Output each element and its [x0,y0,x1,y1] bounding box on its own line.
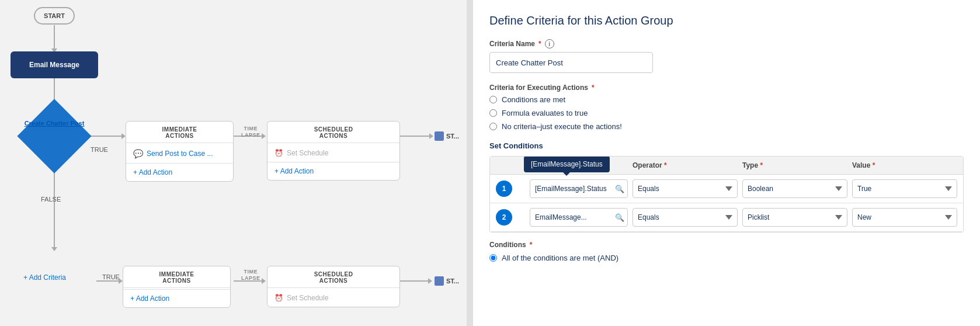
row-num-2: 2 [496,209,512,226]
right-panel: Define Criteria for this Action Group Cr… [473,0,980,326]
add-criteria-btn[interactable]: + Add Criteria [23,273,66,282]
radio-label-2: Formula evaluates to true [502,109,588,117]
canvas-arrows [0,0,472,326]
criteria-name-label: Criteria Name * i [489,39,964,48]
radio-input-1[interactable] [489,96,497,103]
scheduled-actions-header-1: SCHEDULED ACTIONS [267,122,399,141]
col-type: Type * [742,161,847,169]
sched-add-action-btn-1[interactable]: + Add Action [267,162,399,180]
radio-input-3[interactable] [489,123,497,130]
conditions-required: * [530,241,533,249]
type-required: * [760,161,763,169]
add-action-btn-1[interactable]: + Add Action [126,163,233,181]
svg-marker-11 [51,247,57,251]
radio-label-3: No criteria–just execute the actions! [502,122,622,131]
radio-formula[interactable]: Formula evaluates to true [489,109,964,117]
stop-square-2 [435,276,444,286]
set-schedule-item-2[interactable]: ⏰ Set Schedule [267,289,399,307]
row-num-1: 1 [496,181,512,197]
immediate-actions-box-1: IMMEDIATE ACTIONS 💬 Send Post to Case ..… [126,121,234,182]
svg-marker-9 [429,133,433,139]
search-icon-1: 🔍 [615,185,624,193]
time-lapse-label-2: TIME LAPSE [241,269,260,282]
decision-label[interactable]: Create Chatter Post [5,120,104,127]
type-select-1[interactable]: Boolean [742,179,847,198]
svg-marker-15 [262,278,266,284]
radio-no-criteria[interactable]: No criteria–just execute the actions! [489,122,964,131]
col-operator: Operator * [633,161,738,169]
stop-node-1: ST... [435,131,459,141]
criteria-name-input[interactable] [489,52,653,73]
true-label-1: TRUE [91,146,108,153]
conditions-bottom: Conditions * All of the conditions are m… [489,241,964,262]
operator-required: * [664,161,667,169]
panel-title: Define Criteria for this Action Group [489,14,964,27]
svg-marker-17 [428,278,432,284]
table-row: 1 🔍 [EmailMessage].Status Equals Boolean [490,175,963,203]
chat-icon: 💬 [133,149,143,158]
conditions-radio-label: All of the conditions are met (AND) [502,254,618,262]
immediate-actions-header-1: IMMEDIATE ACTIONS [126,122,233,141]
svg-marker-7 [262,133,266,139]
time-lapse-label-1: TIME LAPSE [241,126,260,138]
operator-select-2[interactable]: Equals [633,208,738,227]
criteria-executing-label: Criteria for Executing Actions * [489,84,964,92]
send-post-action[interactable]: 💬 Send Post to Case ... [126,144,233,163]
add-action-btn-2[interactable]: + Add Action [123,289,230,307]
start-node: START [34,7,75,25]
conditions-label: Conditions * [489,241,964,249]
email-node-label: Email Message [29,61,79,69]
search-icon-2: 🔍 [615,213,624,222]
false-label: FALSE [41,196,61,203]
required-star-1: * [538,40,541,48]
field-2-wrapper: 🔍 [530,208,628,227]
col-value: Value * [852,161,957,169]
scrollbar[interactable] [467,0,472,326]
info-icon[interactable]: i [545,39,554,48]
flow-canvas: START Email Message Create Chatter Post … [0,0,473,326]
operator-select-1[interactable]: Equals [633,179,738,198]
conditions-radio-all[interactable]: All of the conditions are met (AND) [489,254,964,262]
stop-node-2: ST... [435,276,459,286]
radio-conditions-met[interactable]: Conditions are met [489,95,964,104]
clock-icon-1: ⏰ [274,149,283,157]
scheduled-actions-box-1: SCHEDULED ACTIONS ⏰ Set Schedule + Add A… [267,121,400,181]
svg-marker-5 [121,133,126,139]
email-message-node[interactable]: Email Message [11,51,98,78]
field-input-2[interactable] [530,208,628,227]
radio-group: Conditions are met Formula evaluates to … [489,95,964,131]
immediate-actions-header-2: IMMEDIATE ACTIONS [123,266,230,286]
scheduled-actions-header-2: SCHEDULED ACTIONS [267,266,399,286]
clock-icon-2: ⏰ [274,294,283,302]
scheduled-actions-box-2: SCHEDULED ACTIONS ⏰ Set Schedule [267,266,400,307]
conditions-table: Field * Operator * Type * Value * 1 🔍 [E… [489,156,964,233]
value-select-2[interactable]: New [852,208,957,227]
tooltip-1: [EmailMessage].Status [524,156,610,172]
stop-square-1 [435,131,444,141]
value-select-1[interactable]: True [852,179,957,198]
required-star-2: * [592,84,595,92]
value-required: * [873,161,875,169]
conditions-radio-input[interactable] [489,254,497,262]
field-input-1[interactable] [530,179,628,198]
start-label: START [44,12,65,19]
type-select-2[interactable]: Picklist [742,208,847,227]
radio-label-1: Conditions are met [502,95,565,104]
col-num [496,161,525,169]
radio-input-2[interactable] [489,109,497,117]
set-conditions-label: Set Conditions [489,141,964,150]
true-label-2: TRUE [102,273,120,280]
immediate-actions-box-2: IMMEDIATE ACTIONS + Add Action [123,266,231,308]
field-1-wrapper: 🔍 [EmailMessage].Status [530,179,628,198]
decision-node [17,99,91,173]
table-row: 2 🔍 Equals Picklist New [490,203,963,232]
set-schedule-item-1[interactable]: ⏰ Set Schedule [267,144,399,162]
